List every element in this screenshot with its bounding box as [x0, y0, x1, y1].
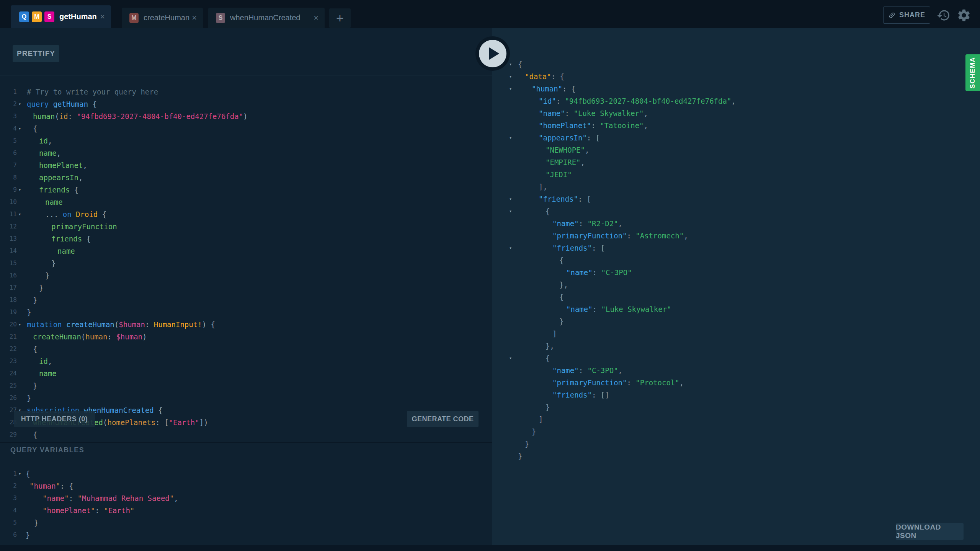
code-line: 26}	[0, 392, 492, 404]
code-text: id,	[39, 355, 52, 367]
fold-arrow-icon[interactable]: ▾	[509, 58, 512, 70]
query-variables-editor[interactable]: 1▾{2"human": {3"name": "Muhammad Rehan S…	[0, 468, 492, 541]
code-token: {	[98, 210, 106, 218]
tab-label: whenHumanCreated	[230, 13, 300, 22]
fold-arrow-icon[interactable]: ▾	[509, 70, 512, 83]
code-token: }	[27, 308, 31, 316]
schema-tab-label: SCHEMA	[969, 57, 977, 89]
code-token: :	[591, 121, 600, 130]
share-label: SHARE	[899, 11, 925, 19]
code-line: 1▾{	[0, 468, 492, 480]
fold-arrow-icon[interactable]: ▾	[509, 352, 512, 364]
query-editor[interactable]: 1# Try to write your query here2▾query g…	[0, 86, 492, 441]
code-line: "name": "C-3PO"	[492, 266, 980, 279]
code-token: name	[47, 494, 64, 502]
code-token: }	[518, 452, 522, 460]
code-token: "name"	[552, 366, 579, 375]
fold-arrow-icon[interactable]: ▾	[18, 184, 21, 196]
code-line: }	[492, 450, 980, 462]
code-token: "C-3PO"	[601, 268, 632, 277]
code-token: }	[33, 296, 37, 304]
close-icon[interactable]: ×	[100, 13, 105, 21]
fold-arrow-icon[interactable]: ▾	[509, 83, 512, 95]
execute-query-button[interactable]	[475, 36, 510, 71]
schema-tab[interactable]: SCHEMA	[965, 54, 980, 91]
tab-whenhumancreated[interactable]: S whenHumanCreated ×	[208, 8, 325, 28]
fold-arrow-icon[interactable]: ▾	[18, 98, 21, 110]
code-text: "homePlanet": "Earth"	[42, 504, 134, 517]
fold-arrow-icon[interactable]: ▾	[18, 468, 21, 480]
code-line: 13friends {	[0, 233, 492, 245]
generate-code-button[interactable]: GENERATE CODE	[407, 411, 479, 427]
code-token: "Tatooine"	[600, 121, 644, 130]
line-number: 17	[0, 282, 17, 294]
line-number: 13	[0, 233, 17, 245]
code-line: "id": "94fbd693-2027-4804-bf40-ed427fe76…	[492, 95, 980, 107]
fold-arrow-icon[interactable]: ▾	[18, 208, 21, 220]
close-icon[interactable]: ×	[192, 14, 197, 22]
code-token: (	[81, 333, 85, 341]
history-icon[interactable]	[936, 8, 952, 23]
play-triangle	[489, 47, 499, 60]
line-number: 4	[0, 504, 17, 517]
fold-arrow-icon[interactable]: ▾	[18, 122, 21, 135]
code-line: 19}	[0, 306, 492, 318]
code-token: "name"	[552, 219, 579, 228]
code-line: 9▾friends {	[0, 184, 492, 196]
code-text: }	[546, 401, 550, 413]
line-number: 6	[0, 147, 17, 159]
code-token: "	[130, 506, 134, 515]
code-line: 1# Try to write your query here	[0, 86, 492, 98]
gear-icon[interactable]	[956, 7, 972, 23]
line-number: 20	[0, 318, 17, 331]
code-line: },	[492, 340, 980, 352]
fold-arrow-icon[interactable]: ▾	[509, 205, 512, 217]
fold-arrow-icon[interactable]: ▾	[509, 193, 512, 205]
fold-arrow-icon[interactable]: ▾	[509, 242, 512, 254]
code-token: "NEWHOPE"	[546, 146, 585, 154]
code-text: {	[546, 205, 550, 217]
code-token: {	[26, 469, 30, 478]
fold-arrow-icon[interactable]: ▾	[509, 132, 512, 144]
code-line: {	[492, 254, 980, 266]
fold-arrow-icon[interactable]: ▾	[18, 318, 21, 331]
close-icon[interactable]: ×	[314, 14, 318, 22]
code-token: : [	[592, 244, 605, 252]
code-line: 3"name": "Muhammad Rehan Saeed",	[0, 492, 492, 504]
new-tab-button[interactable]: +	[329, 8, 351, 28]
code-line: 6}	[0, 529, 492, 541]
tab-gethuman[interactable]: Q M S getHuman ×	[11, 5, 111, 28]
code-text: ... on Droid {	[45, 208, 106, 220]
code-text: {	[559, 254, 564, 266]
query-variables-header[interactable]: QUERY VARIABLES	[10, 446, 84, 454]
share-button[interactable]: SHARE	[883, 7, 930, 24]
code-token: "human"	[532, 85, 562, 93]
code-token: "EMPIRE"	[546, 158, 581, 166]
code-token: ,	[48, 357, 52, 365]
code-text: "name": "C-3PO",	[552, 364, 622, 377]
http-headers-button[interactable]: HTTP HEADERS (0)	[14, 411, 95, 427]
variables-divider[interactable]	[0, 442, 492, 443]
code-token: ,	[57, 149, 61, 157]
code-line: "name": "C-3PO",	[492, 364, 980, 377]
code-text: }	[33, 294, 37, 306]
code-line: 2▾query getHuman {	[0, 98, 492, 110]
code-line: 5id,	[0, 135, 492, 147]
code-token	[62, 320, 66, 329]
code-text: ]	[539, 413, 543, 425]
code-token: "	[56, 482, 60, 490]
line-number: 12	[0, 220, 17, 233]
code-text: # Try to write your query here	[27, 86, 158, 98]
download-json-button[interactable]: DOWNLOAD JSON	[896, 523, 964, 540]
code-line: {	[492, 291, 980, 303]
code-token: "id"	[539, 97, 556, 105]
tab-createhuman[interactable]: M createHuman ×	[122, 8, 203, 28]
code-token: "	[64, 494, 69, 502]
code-token: homePlanet	[39, 161, 83, 170]
response-viewer: ▾{▾"data": {▾"human": {"id": "94fbd693-2…	[492, 58, 980, 462]
code-token: "Earth"	[169, 418, 199, 427]
line-number: 7	[0, 159, 17, 171]
code-token: "	[29, 482, 34, 490]
prettify-button[interactable]: PRETTIFY	[13, 45, 59, 62]
code-text: "NEWHOPE",	[546, 144, 589, 156]
